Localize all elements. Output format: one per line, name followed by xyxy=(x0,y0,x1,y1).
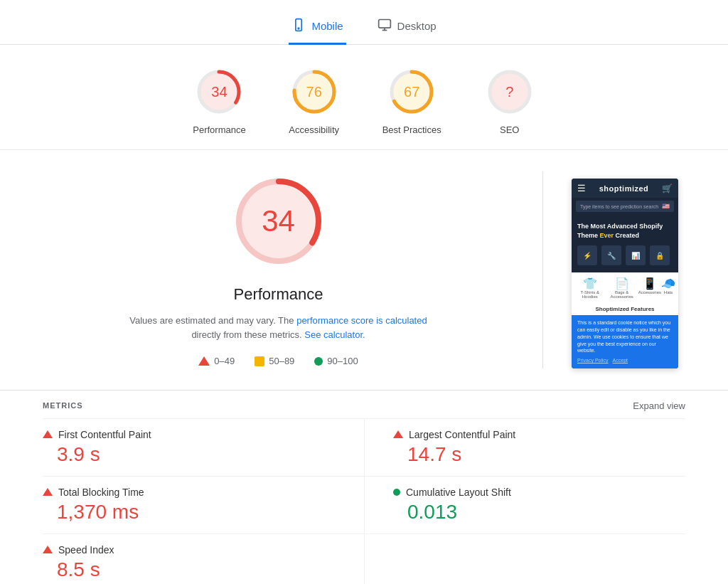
fcp-status-icon xyxy=(43,430,53,438)
fcp-name: First Contentful Paint xyxy=(58,429,151,440)
legend-fail: 0–49 xyxy=(198,356,235,366)
expand-view-button[interactable]: Expand view xyxy=(633,400,685,411)
best-practices-label: Best Practices xyxy=(382,124,441,135)
score-best-practices[interactable]: 67 Best Practices xyxy=(382,66,441,135)
big-score-value: 34 xyxy=(262,204,295,238)
lcp-name: Largest Contentful Paint xyxy=(409,429,515,440)
preview-hero-icon-2: 🔧 xyxy=(601,245,621,265)
lcp-status-icon xyxy=(393,430,403,438)
preview-hero-icon-3: 📊 xyxy=(626,245,646,265)
main-content: 34 Performance Values are estimated and … xyxy=(0,150,728,390)
performance-label: Performance xyxy=(193,124,245,135)
hamburger-icon: ☰ xyxy=(577,183,586,193)
preview-cat-3: 📱 Accessories xyxy=(638,277,661,299)
cls-status-icon xyxy=(393,489,400,496)
tab-mobile[interactable]: Mobile xyxy=(289,12,346,45)
metric-tbt: Total Blocking Time 1,370 ms xyxy=(43,476,364,533)
big-performance-circle: 34 xyxy=(229,171,328,271)
desc-prefix: Values are estimated and may vary. The xyxy=(129,315,294,326)
metric-empty xyxy=(364,533,685,584)
legend: 0–49 50–89 90–100 xyxy=(198,356,358,366)
seo-value: ? xyxy=(505,84,513,100)
metric-cls: Cumulative Layout Shift 0.013 xyxy=(364,476,685,533)
tab-mobile-label: Mobile xyxy=(311,20,343,32)
svg-point-1 xyxy=(299,28,300,29)
preview-hero-icon-1: ⚡ xyxy=(577,245,597,265)
preview-icons-row: 👕 T-Shirts & Hoodies 📄 Bags & Accessorie… xyxy=(572,272,678,303)
si-name: Speed Index xyxy=(58,544,114,556)
preview-search-bar: Type items to see prediction search 🇺🇸 xyxy=(576,201,674,212)
scores-row: 34 Performance 76 Accessibility 67 Best … xyxy=(0,45,728,150)
metric-tbt-header: Total Blocking Time xyxy=(43,487,336,498)
calculator-link[interactable]: See calculator. xyxy=(304,329,365,340)
left-panel: 34 Performance Values are estimated and … xyxy=(43,171,514,368)
score-performance[interactable]: 34 Performance xyxy=(193,66,245,135)
accessibility-circle: 76 xyxy=(289,66,340,117)
privacy-policy-link[interactable]: Privacy Policy xyxy=(577,357,609,364)
preview-section-title: Shoptimized Features xyxy=(572,303,678,315)
accessibility-value: 76 xyxy=(306,84,322,100)
performance-circle: 34 xyxy=(193,66,245,117)
preview-banner-text: This is a standard cookie notice which y… xyxy=(577,320,670,353)
pass-range: 90–100 xyxy=(327,356,358,366)
metrics-grid: First Contentful Paint 3.9 s Largest Con… xyxy=(43,418,685,584)
preview-flag-icon: 🇺🇸 xyxy=(662,203,670,210)
preview-hero-text: The Most Advanced Shopify Theme Ever Cre… xyxy=(577,222,673,240)
cls-value: 0.013 xyxy=(393,501,685,524)
accessibility-label: Accessibility xyxy=(289,124,339,135)
desktop-icon xyxy=(378,18,392,34)
metrics-title: METRICS xyxy=(43,401,83,410)
pass-icon xyxy=(314,357,323,366)
svg-rect-2 xyxy=(378,20,390,28)
performance-desc: Values are estimated and may vary. The p… xyxy=(129,314,428,341)
best-practices-value: 67 xyxy=(404,84,419,100)
cart-icon: 🛒 xyxy=(662,184,673,193)
score-accessibility[interactable]: 76 Accessibility xyxy=(289,66,340,135)
vertical-divider xyxy=(542,171,543,368)
preview-header: ☰ shoptimized 🛒 xyxy=(572,179,678,198)
best-practices-circle: 67 xyxy=(386,66,437,117)
fail-icon xyxy=(198,356,210,366)
seo-circle: ? xyxy=(484,66,535,117)
performance-value: 34 xyxy=(211,84,227,100)
tabs-container: Mobile Desktop xyxy=(0,0,728,45)
metric-lcp-header: Largest Contentful Paint xyxy=(393,429,685,440)
seo-label: SEO xyxy=(500,124,519,135)
tab-desktop[interactable]: Desktop xyxy=(375,12,439,45)
tbt-status-icon xyxy=(43,488,53,496)
tbt-value: 1,370 ms xyxy=(43,501,336,524)
metric-lcp: Largest Contentful Paint 14.7 s xyxy=(364,418,685,476)
tbt-name: Total Blocking Time xyxy=(58,487,144,498)
performance-title: Performance xyxy=(234,285,323,304)
preview-cat-1: 👕 T-Shirts & Hoodies xyxy=(574,277,606,299)
mobile-icon xyxy=(291,18,306,34)
accept-link[interactable]: Accept xyxy=(613,357,628,364)
si-value: 8.5 s xyxy=(43,558,336,581)
metric-si-header: Speed Index xyxy=(43,544,336,556)
preview-cat-4: 🧢 Hats xyxy=(661,277,675,299)
fail-range: 0–49 xyxy=(214,356,235,366)
cls-name: Cumulative Layout Shift xyxy=(406,487,511,498)
metrics-header: METRICS Expand view xyxy=(43,391,685,418)
lcp-value: 14.7 s xyxy=(393,443,685,466)
average-icon xyxy=(255,356,264,366)
tab-desktop-label: Desktop xyxy=(397,20,437,32)
fcp-value: 3.9 s xyxy=(43,443,336,466)
preview-cat-2: 📄 Bags & Accessories xyxy=(606,277,638,299)
legend-pass: 90–100 xyxy=(314,356,358,366)
preview-hero: The Most Advanced Shopify Theme Ever Cre… xyxy=(572,215,678,272)
preview-hero-icons: ⚡ 🔧 📊 🔒 xyxy=(577,245,673,265)
metrics-section: METRICS Expand view First Contentful Pai… xyxy=(0,390,728,584)
si-status-icon xyxy=(43,546,53,553)
metric-cls-header: Cumulative Layout Shift xyxy=(393,487,685,498)
metric-fcp-header: First Contentful Paint xyxy=(43,429,336,440)
average-range: 50–89 xyxy=(269,356,294,366)
perf-score-link[interactable]: performance score is calculated xyxy=(296,315,427,326)
preview-search-placeholder: Type items to see prediction search xyxy=(580,204,658,209)
device-preview: ☰ shoptimized 🛒 Type items to see predic… xyxy=(572,179,678,368)
preview-hero-icon-4: 🔒 xyxy=(650,245,670,265)
score-seo[interactable]: ? SEO xyxy=(484,66,535,135)
preview-banner-buttons: Privacy Policy Accept xyxy=(577,357,673,364)
preview-site-name: shoptimized xyxy=(599,184,649,193)
desc-suffix: directly from these metrics. xyxy=(191,329,301,340)
